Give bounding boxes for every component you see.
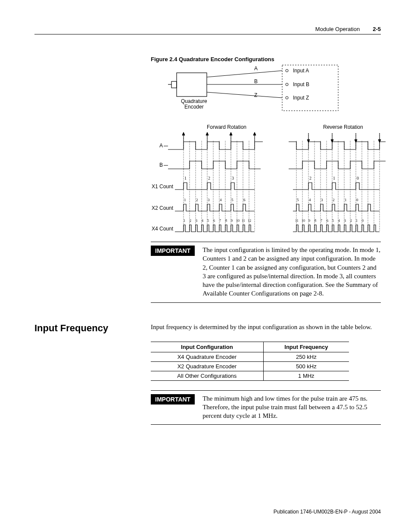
svg-text:3: 3	[321, 198, 323, 202]
svg-rect-9	[282, 65, 338, 111]
svg-text:A: A	[159, 143, 163, 149]
encoder-label-line1: Quadrature	[181, 98, 207, 104]
publication-id: Publication 1746-UM002B-EN-P - August 20…	[274, 509, 381, 515]
encoder-label-line2: Encoder	[184, 104, 204, 110]
svg-line-3	[207, 71, 282, 77]
svg-text:X1 Count: X1 Count	[152, 184, 174, 190]
encoder-diagram: Quadrature Encoder A B Z Input A Input B…	[151, 64, 381, 116]
svg-text:10: 10	[302, 219, 305, 223]
svg-text:1: 1	[184, 219, 185, 223]
svg-text:Forward Rotation: Forward Rotation	[207, 124, 246, 130]
header-section: Module Operation	[315, 26, 360, 32]
svg-text:B: B	[254, 78, 258, 84]
table-row: X4 Quadrature Encoder 250 kHz	[151, 352, 349, 361]
svg-text:6: 6	[327, 219, 328, 223]
svg-text:X2 Count: X2 Count	[152, 205, 174, 211]
header-page: 2-5	[373, 26, 381, 32]
svg-text:2: 2	[333, 198, 335, 202]
svg-rect-1	[171, 81, 177, 88]
svg-text:3: 3	[208, 198, 210, 202]
svg-text:5: 5	[231, 198, 234, 202]
svg-text:5: 5	[332, 219, 334, 223]
svg-text:3: 3	[344, 219, 346, 223]
table-row: X2 Quadrature Encoder 500 kHz	[151, 361, 349, 371]
svg-text:1: 1	[356, 219, 358, 223]
section-intro: Input frequency is determined by the inp…	[151, 323, 381, 331]
svg-text:7: 7	[219, 219, 221, 223]
important-note-1: IMPORTANT The input configuration is lim…	[151, 242, 381, 303]
important-badge: IMPORTANT	[151, 246, 195, 256]
svg-point-12	[286, 96, 288, 99]
svg-text:B: B	[159, 162, 163, 168]
svg-text:7: 7	[321, 219, 322, 223]
svg-text:2: 2	[208, 176, 210, 180]
svg-text:2: 2	[309, 176, 311, 180]
svg-text:2: 2	[190, 219, 191, 223]
svg-text:Input B: Input B	[293, 81, 309, 87]
freq-header-config: Input Configuration	[151, 342, 263, 352]
frequency-table: Input Configuration Input Frequency X4 Q…	[151, 342, 349, 381]
page-header: Module Operation 2-5	[34, 26, 381, 34]
svg-rect-0	[177, 73, 207, 96]
svg-text:1: 1	[184, 198, 186, 202]
svg-text:4: 4	[220, 198, 222, 202]
svg-text:11: 11	[242, 219, 245, 223]
svg-text:5: 5	[297, 198, 299, 202]
important-note-2: IMPORTANT The minimum high and low times…	[151, 390, 381, 425]
svg-text:12: 12	[248, 219, 251, 223]
table-row: All Other Configurations 1 MHz	[151, 371, 349, 380]
svg-text:2: 2	[196, 198, 198, 202]
important-text-1: The input configuration is limited by th…	[202, 246, 381, 298]
svg-text:4: 4	[202, 219, 203, 223]
important-badge: IMPORTANT	[151, 394, 195, 404]
svg-line-5	[207, 92, 282, 98]
svg-text:6: 6	[243, 198, 246, 202]
svg-text:X4 Count: X4 Count	[152, 226, 174, 232]
svg-text:3: 3	[196, 219, 197, 223]
svg-point-11	[286, 83, 288, 86]
important-text-2: The minimum high and low times for the p…	[202, 394, 381, 420]
svg-text:0: 0	[362, 219, 364, 223]
timing-diagram: Forward Rotation Reverse Rotation	[151, 124, 381, 236]
svg-text:6: 6	[213, 219, 215, 223]
freq-header-freq: Input Frequency	[263, 342, 349, 352]
svg-text:1: 1	[184, 176, 187, 180]
svg-text:Z: Z	[254, 92, 257, 98]
svg-text:11: 11	[295, 219, 299, 223]
svg-text:3: 3	[232, 176, 234, 180]
svg-text:0: 0	[357, 176, 359, 180]
svg-text:Input A: Input A	[293, 68, 309, 74]
svg-text:9: 9	[231, 219, 233, 223]
svg-text:10: 10	[236, 219, 240, 223]
svg-text:2: 2	[350, 219, 352, 223]
svg-text:8: 8	[225, 219, 227, 223]
section-heading: Input Frequency	[34, 323, 138, 334]
svg-text:Input Z: Input Z	[293, 95, 309, 101]
svg-text:4: 4	[309, 198, 311, 202]
figure-caption: Figure 2.4 Quadrature Encoder Configurat…	[151, 56, 381, 62]
svg-text:0: 0	[356, 198, 358, 202]
svg-point-10	[286, 69, 288, 72]
svg-text:A: A	[254, 65, 258, 72]
svg-text:9: 9	[308, 219, 310, 223]
svg-text:8: 8	[314, 219, 316, 223]
svg-text:Reverse Rotation: Reverse Rotation	[323, 124, 363, 130]
svg-text:1: 1	[333, 176, 335, 180]
svg-text:5: 5	[207, 219, 209, 223]
svg-text:4: 4	[338, 219, 340, 223]
svg-text:1: 1	[345, 198, 347, 202]
